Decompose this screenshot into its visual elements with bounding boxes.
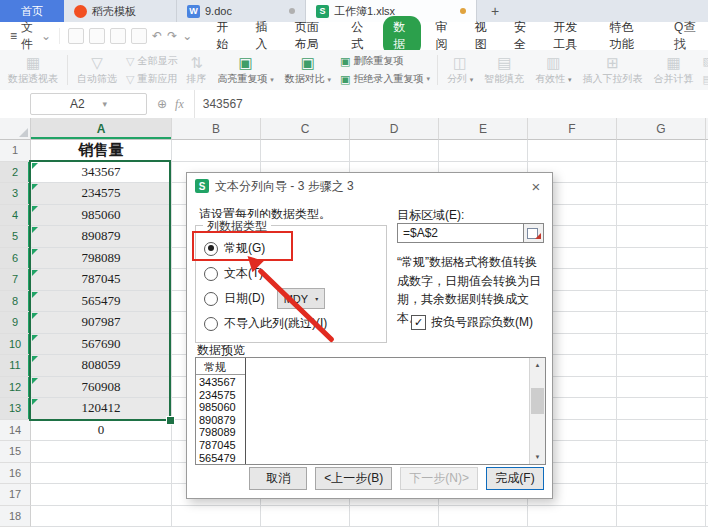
cell-F18[interactable] (528, 506, 617, 527)
cell-G11[interactable] (617, 355, 706, 377)
preview-column-header[interactable]: 常规 (196, 360, 245, 375)
row-header-2[interactable]: 2 (0, 162, 31, 184)
cell-B18[interactable] (172, 506, 261, 527)
negative-number-option[interactable]: ✓ 按负号跟踪负数(M) (411, 314, 533, 331)
range-picker-button[interactable] (523, 224, 543, 242)
cell-A9[interactable]: 907987 (31, 312, 172, 334)
undo-icon[interactable]: ↶ (152, 30, 162, 42)
destination-input[interactable]: =$A$2 (398, 224, 523, 242)
cell-G12[interactable] (617, 377, 706, 399)
delete-duplicates-button[interactable]: ▣ 删除重复项 (340, 54, 430, 68)
column-header-F[interactable]: F (528, 118, 617, 140)
row-header-12[interactable]: 12 (0, 377, 31, 399)
reject-duplicates-button[interactable]: ▣ 拒绝录入重复项 ▾ (340, 72, 430, 86)
cell-A10[interactable]: 567690 (31, 334, 172, 356)
cell-G14[interactable] (617, 420, 706, 442)
preview-icon[interactable] (131, 28, 147, 44)
row-header-17[interactable]: 17 (0, 484, 31, 506)
file-menu[interactable]: ≡ 文件 ⌄ (0, 19, 59, 53)
radio-circle[interactable] (204, 292, 218, 306)
cell-A5[interactable]: 890879 (31, 226, 172, 248)
column-header-A[interactable]: A (31, 118, 172, 140)
cell-A15[interactable] (31, 441, 172, 463)
name-box[interactable]: A2 ▾ (30, 93, 147, 115)
row-header-10[interactable]: 10 (0, 334, 31, 356)
cell-A2[interactable]: 343567 (31, 162, 172, 184)
column-header-C[interactable]: C (261, 118, 350, 140)
cell-A8[interactable]: 565479 (31, 291, 172, 313)
cell-A13[interactable]: 120412 (31, 398, 172, 420)
cell-A14[interactable]: 0 (31, 420, 172, 442)
row-header-1[interactable]: 1 (0, 140, 31, 162)
text-to-columns-button[interactable]: ◫ 分列 ▾ (445, 51, 475, 89)
scrollbar-thumb[interactable] (531, 388, 544, 414)
back-button[interactable]: <上一步(B) (315, 467, 392, 490)
sort-button[interactable]: ⇅ 排序 (184, 51, 208, 89)
cell-G7[interactable] (617, 269, 706, 291)
column-header-D[interactable]: D (350, 118, 439, 140)
cell-G9[interactable] (617, 312, 706, 334)
cell-C18[interactable] (261, 506, 350, 527)
select-all-corner[interactable] (0, 118, 31, 140)
row-header-9[interactable]: 9 (0, 312, 31, 334)
row-header-6[interactable]: 6 (0, 248, 31, 270)
formula-input[interactable]: 343567 (194, 90, 708, 118)
autofilter-button[interactable]: ▽ 自动筛选 (75, 51, 119, 89)
show-all-button[interactable]: ▽ 全部显示 (126, 54, 177, 68)
scroll-up-icon[interactable]: ▲ (530, 358, 545, 372)
cell-A17[interactable] (31, 484, 172, 506)
cell-A11[interactable]: 808059 (31, 355, 172, 377)
row-header-16[interactable]: 16 (0, 463, 31, 485)
what-if-analysis-button[interactable]: ▧ 模拟分析 ▾ (703, 54, 708, 68)
cell-E1[interactable] (439, 140, 528, 162)
export-icon[interactable] (89, 28, 105, 44)
dialog-title-bar[interactable]: S 文本分列向导 - 3 步骤之 3 (187, 173, 552, 199)
cell-A4[interactable]: 985060 (31, 205, 172, 227)
column-header-E[interactable]: E (439, 118, 528, 140)
highlight-duplicates-button[interactable]: ▣ 高亮重复项 ▾ (215, 51, 275, 89)
save-icon[interactable] (68, 28, 84, 44)
cell-A18[interactable] (31, 506, 172, 527)
record-form-button[interactable]: ▤ 记录单 (703, 72, 708, 86)
cell-G3[interactable] (617, 183, 706, 205)
column-header-G[interactable]: G (617, 118, 706, 140)
cell-G17[interactable] (617, 484, 706, 506)
cell-G8[interactable] (617, 291, 706, 313)
cell-A16[interactable] (31, 463, 172, 485)
cell-A12[interactable]: 760908 (31, 377, 172, 399)
smart-fill-button[interactable]: ▤ 智能填充 (482, 51, 526, 89)
cancel-button[interactable]: 取消 (249, 467, 307, 490)
radio-option-1[interactable]: 文本(T) (196, 261, 386, 286)
cell-A1[interactable]: 销售量 (31, 140, 172, 162)
row-header-5[interactable]: 5 (0, 226, 31, 248)
cell-D1[interactable] (350, 140, 439, 162)
cell-E18[interactable] (439, 506, 528, 527)
tab-docer-templates[interactable]: 稻壳模板 (64, 0, 177, 22)
dialog-close-button[interactable]: × (526, 176, 546, 196)
row-header-8[interactable]: 8 (0, 291, 31, 313)
finish-button[interactable]: 完成(F) (486, 467, 544, 490)
reapply-button[interactable]: ▽ 重新应用 (126, 72, 177, 86)
validation-button[interactable]: ▥ 有效性 ▾ (533, 51, 573, 89)
print-icon[interactable] (110, 28, 126, 44)
row-header-14[interactable]: 14 (0, 420, 31, 442)
cell-G15[interactable] (617, 441, 706, 463)
cell-B1[interactable] (172, 140, 261, 162)
cell-G6[interactable] (617, 248, 706, 270)
scroll-down-icon[interactable]: ▼ (530, 450, 545, 464)
data-compare-button[interactable]: ▣ 数据对比 ▾ (283, 51, 333, 89)
radio-option-3[interactable]: 不导入此列(跳过)(I) (196, 311, 386, 336)
row-header-13[interactable]: 13 (0, 398, 31, 420)
zoom-formula-icon[interactable]: ⊕ (157, 97, 167, 111)
cell-G2[interactable] (617, 162, 706, 184)
more-icon[interactable]: ⌄ (182, 30, 192, 42)
cell-G4[interactable] (617, 205, 706, 227)
consolidate-button[interactable]: ▦ 合并计算 (652, 51, 696, 89)
cell-G1[interactable] (617, 140, 706, 162)
radio-circle[interactable] (204, 317, 218, 331)
fill-handle[interactable] (166, 416, 175, 425)
radio-circle[interactable] (204, 267, 218, 281)
cell-C1[interactable] (261, 140, 350, 162)
cell-D18[interactable] (350, 506, 439, 527)
preview-scrollbar[interactable]: ▲ ▼ (529, 358, 545, 464)
